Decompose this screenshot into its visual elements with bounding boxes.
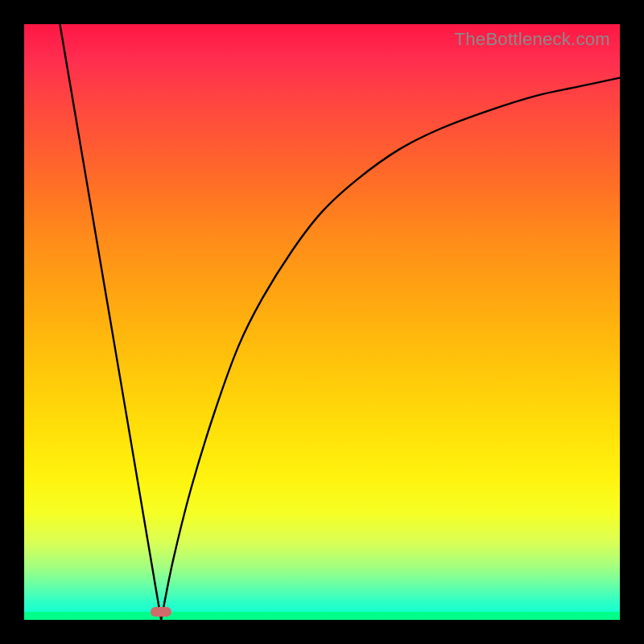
chart-frame: TheBottleneck.com [0,0,644,644]
optimal-marker [151,607,171,617]
bottleneck-curve [24,24,620,620]
plot-area: TheBottleneck.com [24,24,620,620]
curve-right-branch [161,78,620,620]
curve-left-branch [60,24,161,620]
